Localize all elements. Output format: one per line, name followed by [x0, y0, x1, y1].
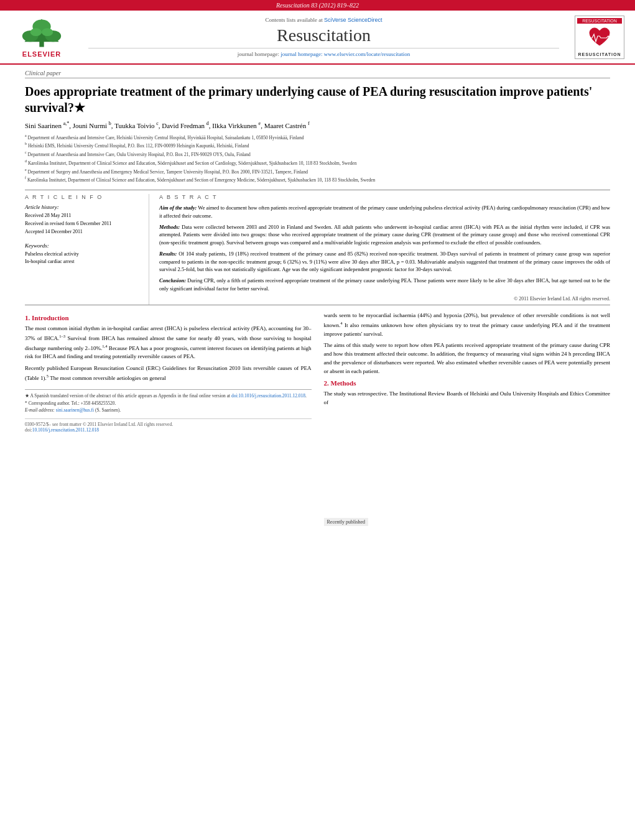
right-body-column: wards seem to be myocardial ischaemia (4…: [324, 312, 611, 525]
abstract-aim: Aim of the study: We aimed to document h…: [159, 204, 610, 220]
svg-point-6: [42, 28, 53, 36]
logo-bottom-text: RESUSCITATION: [578, 52, 621, 57]
body-columns: 1. Introduction The most common initial …: [25, 312, 610, 525]
keyword-2: In-hospital cardiac arrest: [25, 258, 139, 266]
section-label: Clinical paper: [25, 70, 610, 78]
bottom-doi: doi:10.1016/j.resuscitation.2011.12.018: [25, 427, 173, 433]
article-history-label: Article history:: [25, 204, 139, 210]
sciverse-link[interactable]: SciVerse ScienceDirect: [324, 17, 382, 23]
introduction-heading: 1. Introduction: [25, 314, 312, 321]
sciverse-line: Contents lists available at SciVerse Sci…: [88, 17, 559, 23]
issn-text: 0300-9572/$– see front matter © 2011 Els…: [25, 422, 173, 427]
article-info-column: A R T I C L E I N F O Article history: R…: [25, 194, 149, 305]
logo-heart-area: [587, 24, 612, 52]
article-info-title: A R T I C L E I N F O: [25, 194, 139, 200]
abstract-results: Results: Of 104 study patients, 19 (18%)…: [159, 250, 610, 274]
affiliations: a Department of Anaesthesia and Intensiv…: [25, 133, 610, 184]
journal-header-center: Contents lists available at SciVerse Sci…: [76, 14, 572, 60]
article-title: Does appropriate treatment of the primar…: [25, 83, 610, 116]
intro-paragraph-1: The most common initial rhythm in in-hos…: [25, 325, 312, 362]
footnotes-area: ★ A Spanish translated version of the ab…: [25, 389, 312, 413]
logo-top-bar: RESUSCITATION: [577, 18, 622, 24]
heart-icon: [587, 27, 612, 48]
journal-homepage: journal homepage: journal homepage: www.…: [88, 48, 559, 57]
journal-citation-bar: Resuscitation 83 (2012) 819–822: [0, 0, 635, 11]
left-body-column: 1. Introduction The most common initial …: [25, 312, 312, 525]
methods-paragraph-1: The study was retrospective. The Institu…: [324, 390, 611, 407]
abstract-title: A B S T R A C T: [159, 194, 610, 200]
received-date: Received 28 May 2011: [25, 212, 139, 220]
resuscitation-logo-box: RESUSCITATION RESUSCITATION: [575, 16, 624, 59]
affiliation-a: a Department of Anaesthesia and Intensiv…: [25, 133, 610, 141]
abstract-column: A B S T R A C T Aim of the study: We aim…: [149, 194, 610, 305]
methods-heading: 2. Methods: [324, 379, 611, 387]
affiliation-c: c Department of Anaesthesia and Intensiv…: [25, 150, 610, 158]
bottom-info: 0300-9572/$– see front matter © 2011 Els…: [25, 418, 312, 433]
elsevier-logo-area: ELSEVIER: [7, 16, 76, 58]
authors-line: Sini Saarinen a,*, Jouni Nurmi b, Tuukka…: [25, 121, 610, 129]
abstract-methods: Methods: Data were collected between 200…: [159, 223, 610, 247]
intro-paragraph-2: Recently published European Resuscitatio…: [25, 364, 312, 383]
keywords-label: Keywords:: [25, 242, 139, 249]
email-link[interactable]: sini.saarinen@hus.fi: [56, 407, 94, 413]
doi-link-1[interactable]: doi:10.1016/j.resuscitation.2011.12.018: [231, 393, 305, 399]
page-wrapper: Resuscitation 83 (2012) 819–822: [0, 0, 635, 531]
journal-title: Resuscitation: [88, 25, 559, 45]
article-info-abstract-section: A R T I C L E I N F O Article history: R…: [25, 190, 610, 305]
recently-published-badge: Recently published: [324, 518, 369, 526]
copyright-line: © 2011 Elsevier Ireland Ltd. All rights …: [159, 296, 610, 305]
keyword-1: Pulseless electrical activity: [25, 251, 139, 259]
right-paragraph-2: The aims of this study were to report ho…: [324, 341, 611, 376]
abstract-conclusion: Conclusion: During CPR, only a fifth of …: [159, 277, 610, 293]
journal-header: ELSEVIER Contents lists available at Sci…: [0, 11, 635, 65]
footnote-corresponding: * Corresponding author. Tel.: +358 44582…: [25, 400, 312, 407]
issn-line: 0300-9572/$– see front matter © 2011 Els…: [25, 422, 173, 433]
affiliation-d: d Karolinska Institutet, Department of C…: [25, 159, 610, 167]
right-paragraph-1: wards seem to be myocardial ischaemia (4…: [324, 312, 611, 339]
elsevier-tree-icon: [17, 16, 67, 50]
accepted-date: Accepted 14 December 2011: [25, 228, 139, 236]
revised-date: Received in revised form 6 December 2011: [25, 220, 139, 228]
article-dates: Received 28 May 2011 Received in revised…: [25, 212, 139, 236]
svg-point-5: [30, 28, 42, 36]
doi-link-2[interactable]: 10.1016/j.resuscitation.2011.12.018: [32, 427, 99, 433]
elsevier-brand-text: ELSEVIER: [22, 50, 61, 58]
journal-homepage-url[interactable]: journal homepage: www.elsevier.com/locat…: [280, 51, 410, 57]
footnote-star: ★ A Spanish translated version of the ab…: [25, 392, 312, 399]
published-text: published: [346, 519, 365, 525]
footnote-email: E-mail address: sini.saarinen@hus.fi (S.…: [25, 407, 312, 413]
affiliation-b: b Helsinki EMS, Helsinki University Cent…: [25, 141, 610, 149]
affiliation-f: f Karolinska Institutet, Department of C…: [25, 175, 610, 183]
recently-text: Recently: [327, 519, 346, 525]
resuscitation-logo-area: RESUSCITATION RESUSCITATION: [572, 16, 628, 59]
journal-citation: Resuscitation 83 (2012) 819–822: [276, 2, 359, 9]
affiliation-e: e Department of Surgery and Anaesthesia …: [25, 167, 610, 175]
recently-published-area: Recently published: [324, 519, 611, 525]
keywords-list: Pulseless electrical activity In-hospita…: [25, 251, 139, 267]
elsevier-logo: ELSEVIER: [7, 16, 76, 58]
main-content: Clinical paper Does appropriate treatmen…: [0, 65, 635, 531]
